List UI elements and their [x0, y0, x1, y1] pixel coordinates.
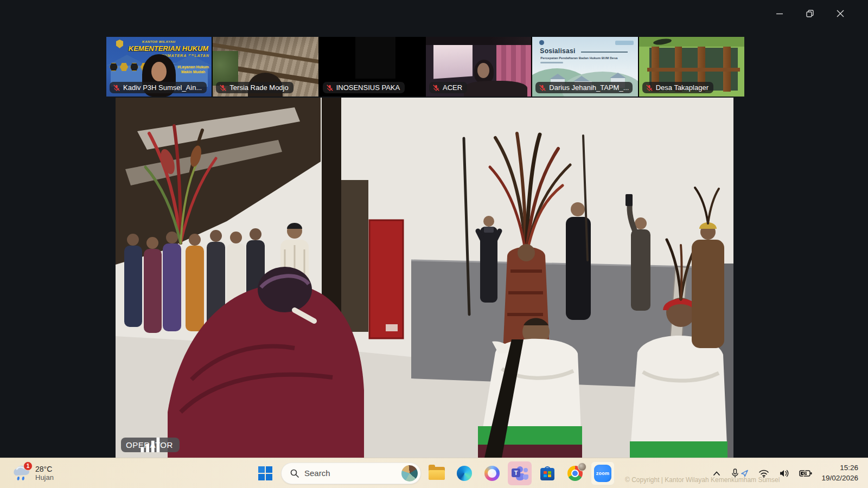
notification-badge: 1 — [23, 461, 33, 471]
close-button[interactable] — [828, 4, 853, 23]
signal-bars-icon — [121, 438, 180, 452]
banner-line1: KANTOR WILAYAH — [142, 40, 175, 43]
microsoft-store-button[interactable] — [535, 461, 559, 485]
mic-muted-icon — [219, 84, 227, 92]
zoom-app-button[interactable]: zoom — [591, 461, 615, 485]
edge-icon — [457, 466, 472, 481]
edge-button[interactable] — [452, 461, 476, 485]
participant-tile-takaplager[interactable]: Desa Takaplager — [639, 37, 744, 97]
microphone-icon — [731, 468, 739, 478]
zoom-icon: zoom — [594, 465, 611, 482]
volume-indicator[interactable] — [775, 463, 793, 484]
mic-muted-icon — [432, 84, 440, 92]
restore-icon — [806, 10, 814, 17]
file-explorer-button[interactable] — [425, 461, 449, 485]
search-placeholder: Search — [304, 468, 396, 478]
search-highlight-image — [401, 465, 418, 481]
wifi-indicator[interactable] — [755, 463, 773, 484]
weather-condition: Hujan — [35, 473, 54, 481]
search-icon — [290, 469, 299, 478]
mic-muted-icon — [539, 84, 546, 92]
mic-muted-icon — [113, 84, 120, 92]
copilot-button[interactable] — [480, 461, 504, 485]
chrome-profile-avatar — [578, 463, 586, 471]
taskbar-center: Search T — [253, 461, 615, 485]
video-scene — [355, 37, 395, 79]
participant-filmstrip: KANTOR WILAYAH KEMENTERIAN HUKUM SUMATER… — [106, 37, 744, 97]
location-icon — [741, 469, 749, 477]
teams-button[interactable]: T — [508, 461, 532, 485]
wifi-icon — [758, 469, 769, 478]
participant-nametag: ACER — [429, 82, 467, 93]
chrome-button[interactable] — [563, 461, 587, 485]
weather-temperature: 28°C — [35, 465, 54, 473]
participant-name: Tersia Rade Modjo — [229, 84, 288, 92]
mic-muted-icon — [646, 84, 653, 92]
search-input[interactable]: Search — [281, 463, 421, 484]
chevron-up-icon — [712, 470, 721, 477]
slide-title: Sosialisasi — [540, 47, 575, 55]
taskbar-clock[interactable]: 15:26 19/02/2026 — [818, 463, 863, 483]
battery-charging-icon — [799, 470, 812, 477]
banner-hashtag1: #Layanan Hukum — [177, 65, 209, 69]
window-controls — [767, 4, 853, 23]
windows-logo-icon — [258, 466, 272, 480]
taskbar: 1 28°C Hujan Search — [0, 458, 868, 488]
main-video[interactable]: OPERATOR — [116, 98, 733, 458]
slide-subtitle: Percepatan Pendaftaran Badan Hukum BUM D… — [540, 56, 622, 60]
participant-name: ACER — [443, 84, 462, 92]
ministry-logo — [116, 40, 123, 48]
participant-name: Desa Takaplager — [656, 84, 709, 92]
participant-nametag: Kadiv P3H Sumsel_Ain... — [110, 82, 207, 93]
tray-chevron-button[interactable] — [709, 463, 725, 484]
participant-nametag: Darius Jehanih_TAPM_... — [535, 82, 633, 93]
start-button[interactable] — [253, 461, 277, 485]
participant-nametag: Desa Takaplager — [642, 82, 713, 93]
mic-location-indicator[interactable] — [727, 463, 752, 484]
store-icon — [540, 466, 554, 480]
speaker-icon — [779, 469, 789, 478]
rain-cloud-icon: 1 — [11, 465, 30, 482]
clock-time: 15:26 — [821, 463, 858, 473]
participant-name: Kadiv P3H Sumsel_Ain... — [123, 84, 202, 92]
battery-indicator[interactable] — [795, 463, 816, 484]
participant-name: Darius Jehanih_TAPM_... — [549, 84, 629, 92]
participant-tile-tersia[interactable]: Tersia Rade Modjo — [213, 37, 318, 97]
clock-date: 19/02/2026 — [821, 473, 858, 483]
participant-tile-acer[interactable]: ACER — [426, 37, 531, 97]
main-video-scene — [116, 98, 733, 458]
participant-tile-darius[interactable]: Sosialisasi Percepatan Pendaftaran Badan… — [532, 37, 637, 97]
participant-nametag: INOSENSIUS PAKA — [323, 82, 405, 93]
minimize-icon — [776, 10, 783, 17]
banner-line2: KEMENTERIAN HUKUM — [129, 44, 208, 53]
desktop-screen: KANTOR WILAYAH KEMENTERIAN HUKUM SUMATER… — [0, 0, 868, 488]
participant-tile-inosensius[interactable]: INOSENSIUS PAKA — [320, 37, 425, 97]
close-icon — [837, 10, 844, 17]
mic-muted-icon — [326, 84, 334, 92]
system-tray: 15:26 19/02/2026 — [709, 463, 863, 484]
copilot-icon — [484, 466, 500, 481]
participant-nametag: Tersia Rade Modjo — [216, 82, 293, 93]
participant-tile-kadiv[interactable]: KANTOR WILAYAH KEMENTERIAN HUKUM SUMATER… — [106, 37, 212, 97]
weather-widget[interactable]: 1 28°C Hujan — [5, 463, 59, 484]
teams-icon: T — [512, 466, 528, 480]
banner-hashtag2: Makin Mudah — [181, 70, 205, 74]
participant-name: INOSENSIUS PAKA — [336, 84, 400, 92]
window-titlebar — [0, 0, 868, 27]
restore-button[interactable] — [797, 4, 822, 23]
minimize-button[interactable] — [767, 4, 792, 23]
speaker-label: OPERATOR — [121, 438, 180, 452]
folder-icon — [429, 467, 445, 480]
